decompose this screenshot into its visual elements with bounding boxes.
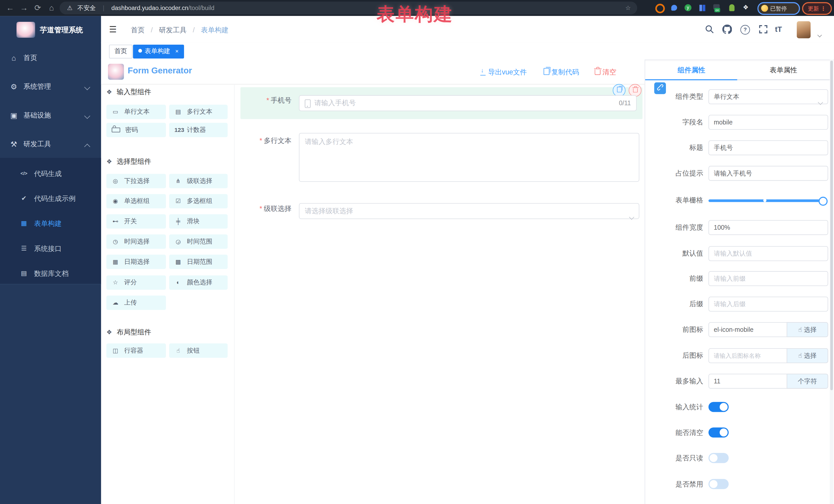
pointer-icon: ☝ bbox=[175, 344, 182, 358]
sidebar-item-infra[interactable]: ▣ 基础设施 bbox=[0, 102, 101, 129]
suffix-icon-input[interactable]: 请输入后图标名称 ☝ 选择 bbox=[708, 348, 828, 363]
toggle-knob bbox=[720, 429, 727, 437]
component-button[interactable]: ☝ 按钮 bbox=[169, 343, 227, 358]
component-radio-group[interactable]: ◉ 单选框组 bbox=[107, 194, 166, 209]
component-time-picker[interactable]: ◷ 时间选择 bbox=[107, 235, 166, 249]
slider-handle[interactable] bbox=[819, 197, 828, 206]
sidebar-subitem-form-build[interactable]: ▦ 表单构建 bbox=[0, 211, 101, 236]
component-select[interactable]: ◎ 下拉选择 bbox=[107, 174, 166, 188]
sidebar-subitem-api[interactable]: ☰ 系统接口 bbox=[0, 236, 101, 261]
copy-icon bbox=[544, 68, 549, 75]
github-icon[interactable] bbox=[722, 24, 732, 34]
prefix-input[interactable]: 请输入前缀 bbox=[708, 271, 828, 286]
field-name-input[interactable]: mobile bbox=[708, 115, 828, 130]
bookmark-star-icon[interactable]: ☆ bbox=[626, 2, 631, 14]
extension-icon-orange[interactable] bbox=[655, 4, 664, 12]
component-row-container[interactable]: ◫ 行容器 bbox=[107, 343, 166, 358]
user-avatar[interactable] bbox=[797, 21, 811, 38]
puzzle-icon: ❖ bbox=[107, 158, 112, 165]
browser-menu-icon[interactable]: ⋮ bbox=[821, 5, 826, 12]
tag-form-build[interactable]: 表单构建 × bbox=[133, 45, 184, 59]
browser-reload-icon[interactable]: ⟳ bbox=[32, 2, 44, 14]
browser-home-icon[interactable]: ⌂ bbox=[46, 2, 58, 14]
component-slider[interactable]: ╪ 滑块 bbox=[169, 214, 227, 229]
cascader-select[interactable]: 请选择级联选择 bbox=[299, 203, 639, 219]
default-value-input[interactable]: 请输入默认值 bbox=[708, 246, 828, 261]
component-type-select[interactable]: 单行文本 bbox=[708, 89, 828, 104]
copy-code-button[interactable]: 复制代码 bbox=[544, 67, 579, 77]
disabled-toggle[interactable] bbox=[708, 479, 729, 489]
component-counter[interactable]: 123 计数器 bbox=[169, 123, 227, 137]
sidebar-item-system[interactable]: ⚙ 系统管理 bbox=[0, 73, 101, 100]
tag-home[interactable]: 首页 bbox=[109, 45, 132, 59]
fullscreen-icon[interactable] bbox=[759, 24, 768, 34]
sidebar-subitem-db-doc[interactable]: ▤ 数据库文档 bbox=[0, 261, 101, 286]
max-length-input[interactable]: 11 个字符 bbox=[708, 374, 828, 389]
slider-icon: ╪ bbox=[175, 215, 182, 229]
extensions-puzzle-icon[interactable]: ❖ bbox=[741, 4, 750, 12]
extension-icon-columns[interactable] bbox=[698, 4, 707, 12]
avatar-caret-icon[interactable] bbox=[818, 29, 821, 39]
component-date-picker[interactable]: ▦ 日期选择 bbox=[107, 255, 166, 269]
pane-divider bbox=[234, 84, 235, 504]
divider: | bbox=[103, 5, 104, 11]
title-input[interactable]: 手机号 bbox=[708, 140, 828, 155]
profile-paused-badge[interactable]: 已暂停 bbox=[758, 2, 800, 15]
component-checkbox-group[interactable]: ☑ 多选框组 bbox=[169, 194, 227, 209]
prefix-icon-select-button[interactable]: ☝ 选择 bbox=[787, 322, 828, 337]
component-rate[interactable]: ☆ 评分 bbox=[107, 275, 166, 290]
extension-icon-green-circle[interactable]: y bbox=[684, 4, 692, 12]
component-upload[interactable]: ☁ 上传 bbox=[107, 295, 166, 310]
row-show-count: 输入统计 bbox=[650, 400, 829, 415]
tab-form-props[interactable]: 表单属性 bbox=[737, 64, 830, 80]
component-single-text[interactable]: ▭ 单行文本 bbox=[107, 105, 166, 119]
scrollbar-track[interactable] bbox=[830, 60, 833, 504]
font-size-icon[interactable]: tT bbox=[775, 25, 782, 34]
component-textarea[interactable]: ▤ 多行文本 bbox=[169, 105, 227, 119]
readonly-toggle[interactable] bbox=[708, 453, 729, 463]
export-vue-button[interactable]: 导出vue文件 bbox=[480, 67, 527, 77]
extension-icon-on-badge[interactable]: on bbox=[712, 4, 721, 12]
mobile-input[interactable]: 请输入手机号 0/11 bbox=[299, 95, 637, 111]
component-password[interactable]: 密码 bbox=[107, 123, 166, 137]
placeholder-input[interactable]: 请输入手机号 bbox=[708, 166, 828, 181]
hamburger-icon[interactable]: ☰ bbox=[109, 24, 117, 35]
component-time-range[interactable]: ◶ 时间范围 bbox=[169, 235, 227, 249]
component-switch[interactable]: ⊷ 开关 bbox=[107, 214, 166, 229]
component-date-range[interactable]: ▩ 日期范围 bbox=[169, 255, 227, 269]
component-cascader[interactable]: ⋔ 级联选择 bbox=[169, 174, 227, 188]
suffix-icon-select-button[interactable]: ☝ 选择 bbox=[787, 348, 828, 363]
slider-step-dot bbox=[763, 199, 766, 202]
security-label[interactable]: 不安全 bbox=[78, 5, 96, 11]
clearable-toggle[interactable] bbox=[708, 428, 729, 438]
breadcrumb-home[interactable]: 首页 bbox=[131, 26, 145, 34]
prefix-icon-input[interactable]: el-icon-mobile ☝ 选择 bbox=[708, 322, 828, 337]
component-color-picker[interactable]: ◐ 颜色选择 bbox=[169, 275, 227, 290]
paused-label: 已暂停 bbox=[770, 5, 787, 12]
grid-slider[interactable] bbox=[708, 199, 827, 202]
generator-header: Form Generator 导出vue文件 复制代码 清空 bbox=[101, 60, 644, 84]
update-button[interactable]: 更新 ⋮ bbox=[802, 2, 832, 15]
width-input[interactable]: 100% bbox=[708, 220, 828, 235]
breadcrumb-devtools[interactable]: 研发工具 bbox=[159, 26, 186, 34]
scrollbar-thumb[interactable] bbox=[830, 61, 833, 390]
suffix-input[interactable]: 请输入后缀 bbox=[708, 297, 828, 311]
delete-field-button[interactable] bbox=[629, 84, 641, 97]
sidebar-subitem-codegen-demo[interactable]: ✔ 代码生成示例 bbox=[0, 186, 101, 211]
help-icon[interactable]: ? bbox=[740, 25, 750, 35]
duplicate-field-button[interactable] bbox=[613, 84, 626, 97]
sidebar-item-home[interactable]: ⌂ 首页 bbox=[0, 45, 101, 71]
show-count-toggle[interactable] bbox=[708, 402, 729, 412]
sidebar-subitem-codegen[interactable]: </> 代码生成 bbox=[0, 161, 101, 186]
search-icon[interactable] bbox=[705, 24, 714, 34]
sidebar-item-devtools[interactable]: ⚒ 研发工具 bbox=[0, 131, 101, 158]
tab-component-props[interactable]: 组件属性 bbox=[645, 64, 738, 80]
browser-forward-icon[interactable]: → bbox=[18, 2, 30, 14]
clear-button[interactable]: 清空 bbox=[595, 67, 616, 77]
textarea-input[interactable]: 请输入多行文本 bbox=[299, 133, 639, 182]
extension-icon-green-alien[interactable] bbox=[727, 4, 736, 12]
tag-close-icon[interactable]: × bbox=[175, 48, 179, 54]
extension-icon-blue-drop[interactable] bbox=[670, 4, 679, 12]
toolbox-icon: ⚒ bbox=[9, 140, 18, 148]
browser-back-icon[interactable]: ← bbox=[4, 2, 16, 14]
